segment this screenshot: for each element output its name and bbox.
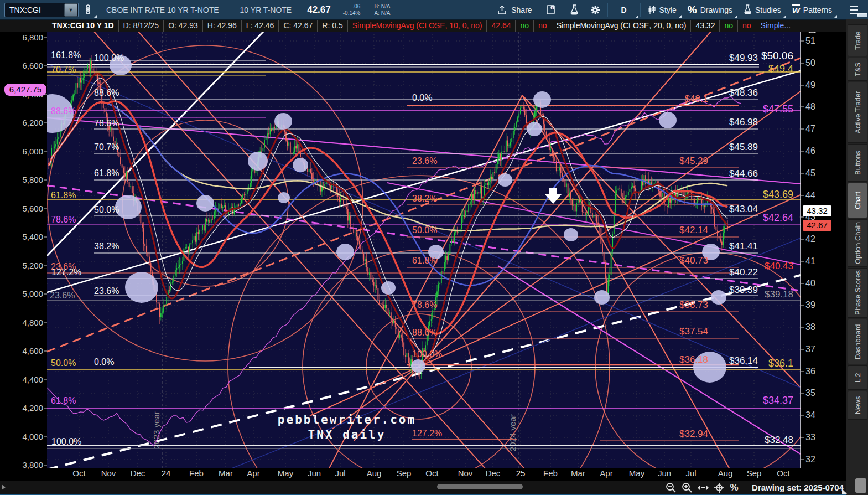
phase-ball[interactable] [336, 244, 354, 260]
fib-label[interactable]: 50.0% [94, 205, 119, 214]
fib-label[interactable]: 127.2% [51, 267, 81, 277]
price-label[interactable]: $47.55 [763, 104, 793, 115]
price-label[interactable]: $34.37 [763, 395, 793, 406]
zoom-out-button[interactable] [664, 482, 678, 493]
resize-handle-icon[interactable] [842, 489, 847, 494]
chart-header-cell[interactable]: H: 42.96 [203, 19, 242, 32]
chart-menu-button[interactable] [840, 1, 868, 19]
fib-label[interactable]: 100.0% [412, 349, 442, 359]
sidebar-tab-phase-scores[interactable]: Phase Scores [848, 268, 867, 318]
phase-ball[interactable] [293, 158, 308, 172]
chart-header-cell[interactable]: no [720, 19, 738, 32]
phase-ball[interactable] [274, 113, 292, 130]
fib-label[interactable]: 100.0% [94, 53, 124, 63]
price-label[interactable]: $32.48 [765, 435, 793, 445]
chart-header-cell[interactable]: O: 42.93 [164, 19, 203, 32]
price-label[interactable]: $40.43 [765, 261, 793, 271]
price-label[interactable]: $42.14 [679, 225, 708, 235]
price-label[interactable]: $40.73 [679, 255, 708, 266]
phase-ball[interactable] [594, 290, 610, 305]
chart-header-cell[interactable]: 43.32 [691, 19, 720, 32]
scroll-left-icon[interactable] [2, 484, 6, 490]
phase-ball[interactable] [533, 91, 551, 108]
fib-label[interactable]: 38.2% [412, 194, 437, 203]
price-label[interactable]: $41.41 [729, 241, 758, 251]
sidebar-tab-t-s[interactable]: T&S [848, 58, 867, 81]
percent-scale-button[interactable]: % [727, 482, 741, 493]
chart-header-cell[interactable]: D: 8/12/25 [119, 19, 164, 32]
price-label[interactable]: $48.1 [684, 94, 708, 104]
sidebar-scroll-box[interactable] [855, 478, 866, 493]
fib-label[interactable]: 23.6% [50, 291, 75, 300]
fib-label[interactable]: 78.6% [94, 118, 119, 128]
fib-label[interactable]: 38.2% [94, 241, 119, 251]
fib-label[interactable]: 78.6% [51, 215, 76, 224]
drawings-button[interactable]: % Drawings [682, 1, 738, 19]
phase-ball[interactable] [196, 195, 214, 212]
phase-ball[interactable] [411, 359, 425, 373]
fib-label[interactable]: 50.0% [51, 358, 76, 368]
price-label[interactable]: $43.04 [729, 204, 758, 214]
fib-label[interactable]: 78.6% [412, 300, 437, 310]
price-label[interactable]: $49.4 [768, 63, 793, 74]
analysis-flask-button[interactable] [564, 1, 584, 19]
sidebar-tab-l-2[interactable]: L 2 [848, 365, 867, 390]
chart-header-cell[interactable]: C: 42.67 [279, 19, 318, 32]
fib-label[interactable]: 70.7% [51, 65, 76, 74]
price-label[interactable]: $36.14 [729, 355, 758, 366]
fib-label[interactable]: 161.8% [51, 50, 81, 60]
phase-ball[interactable] [248, 152, 268, 171]
price-label[interactable]: $43.69 [763, 189, 793, 200]
price-label[interactable]: $45.29 [679, 156, 708, 166]
timeframe-button[interactable]: D [609, 1, 639, 19]
share-button[interactable]: Share [492, 1, 537, 19]
drawing-set-label[interactable]: Drawing set: 2025-0704 [752, 483, 844, 492]
price-label[interactable]: $48.36 [729, 87, 758, 98]
price-label[interactable]: $50.06 [761, 50, 793, 61]
sidebar-tab-chart[interactable]: Chart [848, 183, 867, 218]
fib-label[interactable]: 61.8% [412, 256, 437, 265]
sidebar-tab-dashboard[interactable]: Dashboard [848, 319, 867, 364]
chart-header-cell[interactable]: SimpleMovingAvg (CLOSE, 20, 0, no) [552, 19, 692, 32]
chart-header-cell[interactable]: R: 0.5 [318, 19, 347, 32]
fib-label[interactable]: 88.6% [94, 88, 119, 97]
style-button[interactable]: Style [642, 1, 682, 19]
zoom-in-button[interactable] [680, 482, 694, 493]
fib-label[interactable]: 88.6% [412, 328, 437, 337]
price-label[interactable]: $44.66 [729, 168, 758, 179]
fib-label[interactable]: 100.0% [51, 437, 81, 446]
price-label[interactable]: $37.54 [679, 326, 708, 337]
symbol-dropdown-icon[interactable]: ▼ [64, 3, 77, 17]
price-label[interactable]: $49.93 [729, 53, 758, 63]
studies-button[interactable]: Studies [738, 1, 787, 19]
chart-header-cell[interactable]: no [534, 19, 552, 32]
phase-ball[interactable] [564, 228, 578, 241]
price-label[interactable]: $45.89 [729, 142, 758, 152]
fib-label[interactable]: 0.0% [412, 93, 432, 102]
chart-header-cell[interactable]: L: 42.46 [242, 19, 279, 32]
chart-canvas[interactable]: 2023 year2024 year161.8%70.7%88.6%61.8%7… [0, 0, 868, 495]
phase-ball[interactable] [711, 290, 726, 305]
sidebar-tab-option-chain[interactable]: Option Chain [848, 219, 867, 267]
phase-ball[interactable] [527, 122, 542, 136]
sidebar-tab-news[interactable]: News [848, 391, 867, 420]
horizontal-scrollbar-thumb[interactable] [437, 484, 523, 489]
sidebar-tab-active-trader[interactable]: Active Trader [848, 82, 867, 143]
sidebar-tab-buttons[interactable]: Buttons [848, 144, 867, 182]
chart-header-cell[interactable]: TNX:CGI 10 Y 1D [48, 19, 119, 32]
phase-ball[interactable] [498, 173, 512, 187]
price-label[interactable]: $42.64 [763, 212, 793, 223]
price-label[interactable]: $39.39 [729, 285, 758, 295]
price-label[interactable]: $36.1 [768, 358, 793, 369]
phase-ball[interactable] [381, 281, 396, 295]
price-label[interactable]: $32.94 [679, 429, 708, 439]
fib-label[interactable]: 61.8% [51, 190, 76, 200]
price-label[interactable]: $36.18 [679, 354, 708, 365]
fib-label[interactable]: 23.6% [94, 286, 119, 296]
chart-header-cell[interactable]: 42.64 [487, 19, 516, 32]
symbol-value[interactable]: TNX:CGI [5, 6, 64, 14]
price-label[interactable]: $38.73 [679, 300, 708, 310]
fib-label[interactable]: 50.0% [412, 225, 437, 235]
chart-header-cell[interactable]: no [516, 19, 534, 32]
price-label[interactable]: $40.22 [729, 267, 758, 277]
